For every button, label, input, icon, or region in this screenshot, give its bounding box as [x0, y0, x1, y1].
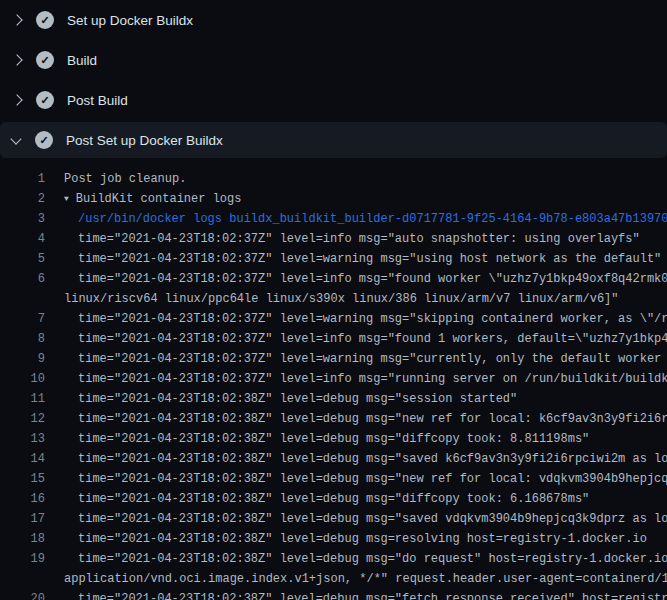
- line-number[interactable]: 19: [0, 549, 45, 569]
- check-circle-icon: ✓: [35, 131, 53, 149]
- line-number[interactable]: 2: [0, 189, 45, 209]
- log-line-text[interactable]: ▼BuildKit container logs: [45, 189, 241, 209]
- log-line: 13 time="2021-04-23T18:02:38Z" level=deb…: [0, 429, 667, 449]
- step-title: Post Build: [67, 93, 128, 108]
- check-circle-icon: ✓: [36, 91, 54, 109]
- line-number[interactable]: 5: [0, 249, 45, 269]
- log-line-text: time="2021-04-23T18:02:37Z" level=info m…: [45, 269, 667, 289]
- log-area: 1 Post job cleanup. 2 ▼BuildKit containe…: [0, 160, 667, 600]
- line-number[interactable]: 11: [0, 389, 45, 409]
- log-line: 18 time="2021-04-23T18:02:38Z" level=deb…: [0, 529, 667, 549]
- log-line: 17 time="2021-04-23T18:02:38Z" level=deb…: [0, 509, 667, 529]
- step-title: Set up Docker Buildx: [67, 13, 193, 28]
- log-line: 15 time="2021-04-23T18:02:38Z" level=deb…: [0, 469, 667, 489]
- line-number[interactable]: 12: [0, 409, 45, 429]
- log-line: 20 time="2021-04-23T18:02:38Z" level=deb…: [0, 589, 667, 600]
- line-number[interactable]: 16: [0, 489, 45, 509]
- log-line-text: linux/riscv64 linux/ppc64le linux/s390x …: [45, 289, 619, 309]
- log-line: 2 ▼BuildKit container logs: [0, 189, 667, 209]
- line-number[interactable]: 9: [0, 349, 45, 369]
- log-line: application/vnd.oci.image.index.v1+json,…: [0, 569, 667, 589]
- log-line-text: time="2021-04-23T18:02:38Z" level=debug …: [45, 549, 667, 569]
- step-header[interactable]: ✓ Post Build: [0, 80, 667, 120]
- log-line: 6 time="2021-04-23T18:02:37Z" level=info…: [0, 269, 667, 289]
- line-number[interactable]: 10: [0, 369, 45, 389]
- line-number[interactable]: 4: [0, 229, 45, 249]
- line-number[interactable]: 1: [0, 169, 45, 189]
- log-line: 9 time="2021-04-23T18:02:37Z" level=warn…: [0, 349, 667, 369]
- log-line-text: /usr/bin/docker logs buildx_buildkit_bui…: [45, 209, 667, 229]
- log-line-text: time="2021-04-23T18:02:37Z" level=warnin…: [45, 249, 661, 269]
- log-line: 4 time="2021-04-23T18:02:37Z" level=info…: [0, 229, 667, 249]
- line-number[interactable]: 18: [0, 529, 45, 549]
- check-circle-icon: ✓: [36, 11, 54, 29]
- group-collapse-marker-icon[interactable]: ▼: [64, 189, 69, 209]
- log-line-text: time="2021-04-23T18:02:37Z" level=warnin…: [45, 349, 667, 369]
- log-line-text: time="2021-04-23T18:02:37Z" level=info m…: [45, 369, 667, 389]
- line-number[interactable]: 20: [0, 589, 45, 600]
- log-line: 11 time="2021-04-23T18:02:38Z" level=deb…: [0, 389, 667, 409]
- line-number[interactable]: [0, 569, 45, 589]
- log-line-text: time="2021-04-23T18:02:37Z" level=warnin…: [45, 309, 667, 329]
- chevron-right-icon: [11, 14, 22, 25]
- step-list: ✓ Set up Docker Buildx ✓ Build ✓ Post Bu…: [0, 0, 667, 158]
- log-line-text: Post job cleanup.: [45, 169, 186, 189]
- log-line: 19 time="2021-04-23T18:02:38Z" level=deb…: [0, 549, 667, 569]
- log-line-text: time="2021-04-23T18:02:38Z" level=debug …: [45, 469, 667, 489]
- log-line: 10 time="2021-04-23T18:02:37Z" level=inf…: [0, 369, 667, 389]
- log-line: 16 time="2021-04-23T18:02:38Z" level=deb…: [0, 489, 667, 509]
- log-line-text: time="2021-04-23T18:02:38Z" level=debug …: [45, 529, 647, 549]
- line-number[interactable]: 14: [0, 449, 45, 469]
- line-number[interactable]: 15: [0, 469, 45, 489]
- line-number[interactable]: 6: [0, 269, 45, 289]
- log-line: 12 time="2021-04-23T18:02:38Z" level=deb…: [0, 409, 667, 429]
- log-line-text: time="2021-04-23T18:02:38Z" level=debug …: [45, 449, 667, 469]
- line-number[interactable]: 3: [0, 209, 45, 229]
- line-number[interactable]: [0, 289, 45, 309]
- line-number[interactable]: 8: [0, 329, 45, 349]
- log-line: 1 Post job cleanup.: [0, 169, 667, 189]
- line-number[interactable]: 13: [0, 429, 45, 449]
- chevron-right-icon: [11, 94, 22, 105]
- log-line-text: time="2021-04-23T18:02:38Z" level=debug …: [45, 489, 589, 509]
- log-line: 7 time="2021-04-23T18:02:37Z" level=warn…: [0, 309, 667, 329]
- step-title: Build: [67, 53, 97, 68]
- chevron-down-icon: [10, 133, 21, 144]
- step-header[interactable]: ✓ Set up Docker Buildx: [0, 0, 667, 40]
- log-line-text: time="2021-04-23T18:02:37Z" level=info m…: [45, 329, 667, 349]
- log-line-text: time="2021-04-23T18:02:38Z" level=debug …: [45, 509, 667, 529]
- log-line-text: time="2021-04-23T18:02:38Z" level=debug …: [45, 409, 667, 429]
- log-line-text: time="2021-04-23T18:02:38Z" level=debug …: [45, 429, 589, 449]
- step-header[interactable]: ✓ Build: [0, 40, 667, 80]
- line-number[interactable]: 17: [0, 509, 45, 529]
- log-line-text: time="2021-04-23T18:02:38Z" level=debug …: [45, 389, 517, 409]
- log-line: 8 time="2021-04-23T18:02:37Z" level=info…: [0, 329, 667, 349]
- line-number[interactable]: 7: [0, 309, 45, 329]
- actions-log-viewer: ✓ Set up Docker Buildx ✓ Build ✓ Post Bu…: [0, 0, 667, 600]
- log-line: linux/riscv64 linux/ppc64le linux/s390x …: [0, 289, 667, 309]
- chevron-right-icon: [11, 54, 22, 65]
- log-line: 14 time="2021-04-23T18:02:38Z" level=deb…: [0, 449, 667, 469]
- log-line-text: time="2021-04-23T18:02:38Z" level=debug …: [45, 589, 667, 600]
- log-line: 5 time="2021-04-23T18:02:37Z" level=warn…: [0, 249, 667, 269]
- check-circle-icon: ✓: [36, 51, 54, 69]
- log-line: 3 /usr/bin/docker logs buildx_buildkit_b…: [0, 209, 667, 229]
- step-header[interactable]: ✓ Post Set up Docker Buildx: [0, 122, 667, 158]
- log-line-text: application/vnd.oci.image.index.v1+json,…: [45, 569, 667, 589]
- log-line-text: time="2021-04-23T18:02:37Z" level=info m…: [45, 229, 640, 249]
- step-title: Post Set up Docker Buildx: [66, 133, 223, 148]
